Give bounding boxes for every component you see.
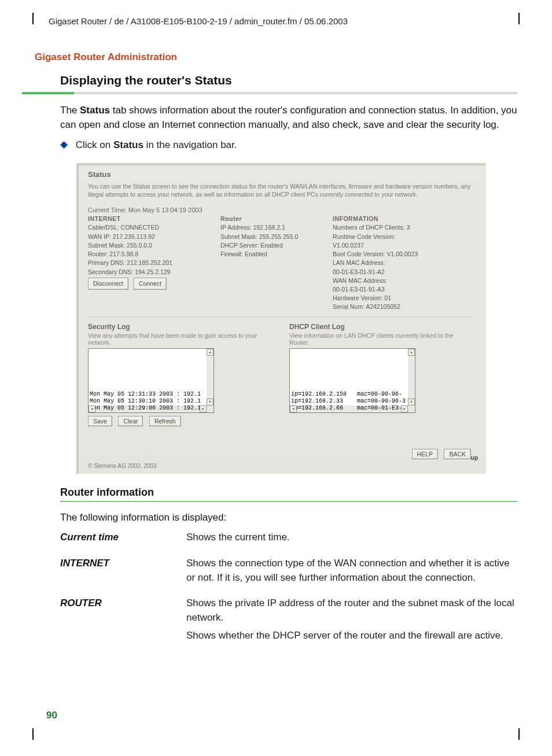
refresh-button[interactable]: Refresh (149, 416, 181, 426)
page-number: 90 (46, 710, 57, 721)
diamond-bullet-icon: ◆ (60, 138, 67, 152)
row-internet: INTERNET Shows the connection type of th… (60, 556, 517, 588)
scroll-down-icon[interactable]: ▾ (408, 399, 415, 405)
save-button[interactable]: Save (88, 416, 112, 426)
divider (88, 316, 474, 317)
status-screenshot: Status You can use the Status screen to … (76, 163, 486, 474)
router-column: Router IP Address: 192.168.2.1 Subnet Ma… (220, 215, 313, 311)
status-description: You can use the Status screen to see the… (88, 182, 474, 198)
title-rule (35, 92, 517, 95)
crop-mark (518, 13, 520, 24)
scroll-left-icon[interactable]: ◂ (290, 405, 297, 412)
section-title: Gigaset Router Administration (35, 51, 517, 63)
subsection-rule (60, 501, 517, 503)
current-time-line: Current Time: Mon May 5 13:04:19 2003 (88, 206, 474, 213)
internet-column: INTERNET Cable/DSL: CONNECTED WAN IP: 21… (88, 215, 201, 311)
security-log: Security Log View any attempts that have… (88, 323, 262, 437)
scroll-right-icon[interactable]: ▸ (200, 405, 207, 412)
copyright: © Siemens AG 2002, 2003 (88, 463, 474, 469)
security-log-textarea[interactable]: ▴ ▾ ◂ ▸ Mon May 05 12:31:33 2003 : 192.1… (88, 348, 214, 413)
disconnect-button[interactable]: Disconnect (88, 278, 128, 290)
row-current-time: Current time Shows the current time. (60, 530, 517, 548)
scroll-right-icon[interactable]: ▸ (401, 405, 408, 412)
row-router: ROUTER Shows the private IP address of t… (60, 596, 517, 646)
scroll-up-icon[interactable]: ▴ (207, 349, 214, 356)
connect-button[interactable]: Connect (134, 278, 167, 290)
information-column: INFORMATION Numbers of DHCP Clients: 3 R… (333, 215, 474, 311)
dhcp-log-textarea[interactable]: ▴ ▾ ◂ ▸ ip=192.168.2.158 mac=00-90-96- i… (289, 348, 415, 413)
intro-paragraph: The Status tab shows information about t… (60, 104, 517, 132)
dhcp-client-log: DHCP Client Log View information on LAN … (289, 323, 463, 437)
scroll-down-icon[interactable]: ▾ (207, 399, 214, 405)
help-button[interactable]: HELP (412, 449, 438, 459)
back-button[interactable]: BACK (444, 449, 471, 459)
scroll-left-icon[interactable]: ◂ (89, 405, 95, 412)
status-heading: Status (88, 170, 474, 179)
router-info-intro: The following information is displayed: (60, 511, 517, 525)
page-title: Displaying the router's Status (60, 73, 517, 87)
scroll-up-icon[interactable]: ▴ (408, 349, 415, 356)
crop-mark (32, 728, 34, 740)
up-link[interactable]: up (471, 455, 478, 461)
router-information-heading: Router information (60, 486, 517, 499)
crop-mark (32, 13, 34, 24)
crop-mark (518, 728, 520, 740)
bullet-click-status: ◆ Click on Status in the navigation bar. (60, 138, 517, 153)
clear-button[interactable]: Clear (118, 416, 143, 426)
page-header: Gigaset Router / de / A31008-E105-B100-2… (49, 16, 517, 26)
